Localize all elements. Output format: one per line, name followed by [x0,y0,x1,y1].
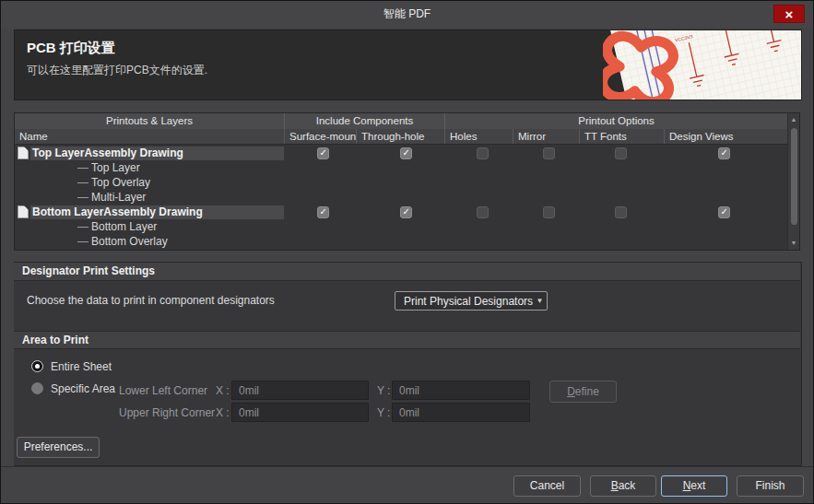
radio-entire-sheet[interactable] [31,360,43,372]
printout-name: Top LayerAssembly Drawing [32,147,183,160]
printout-name: Bottom LayerAssembly Drawing [32,205,203,219]
layer-name: Bottom Layer [91,220,157,234]
checkbox-surface-mount[interactable] [317,147,329,159]
table-row layer-row-top-layer[interactable]: Top Layer [15,161,787,176]
layer-name: Bottom Overlay [91,235,168,249]
scroll-down-icon[interactable] [788,238,799,249]
table-row printout-row-top-layer-assembly[interactable]: Top LayerAssembly Drawing [15,147,787,161]
layer-name: Top Overlay [91,176,150,190]
scrollbar-thumb[interactable] [791,128,797,225]
tree-dash-icon [77,197,88,198]
table-group-header-row: Printouts & Layers Include Components Pr… [15,113,799,129]
checkbox-through-hole[interactable] [400,206,412,218]
lower-left-x-input[interactable] [231,381,369,400]
specific-area-label[interactable]: Specific Area [51,382,115,395]
upper-right-y-input[interactable] [392,403,530,422]
column-header-through-hole: Through-hole [356,129,444,144]
tree-dash-icon [77,182,88,183]
smart-pdf-dialog: { "window": { "title": "智能 PDF" }, "bann… [0,0,814,504]
upper-right-x-label: X : [216,406,230,419]
chevron-down-icon [533,297,547,305]
next-button[interactable]: Next [661,475,727,497]
group-header-printouts-layers: Printouts & Layers [15,113,284,129]
upper-right-y-label: Y : [377,406,390,419]
column-header-holes: Holes [444,129,513,144]
printouts-table: Printouts & Layers Include Components Pr… [14,112,800,251]
table-body: Top LayerAssembly Drawing Top Layer Top … [15,146,787,250]
tree-dash-icon [77,168,88,169]
table-row layer-row-bottom-overlay[interactable]: Bottom Overlay [15,235,787,250]
page-subtitle: 可以在这里配置打印PCB文件的设置. [27,63,207,78]
designator-dropdown[interactable]: Print Physical Designators [395,291,548,311]
checkbox-mirror[interactable] [543,147,555,159]
close-button close-icon[interactable] [773,5,805,23]
designator-choose-label: Choose the data to print in component de… [27,294,275,307]
banner: PCB 打印设置 可以在这里配置打印PCB文件的设置. [14,29,802,100]
checkbox-tt-fonts[interactable] [615,206,627,218]
checkbox-holes[interactable] [477,147,489,159]
table-row layer-row-top-overlay[interactable]: Top Overlay [15,176,787,191]
cancel-button[interactable]: Cancel [513,475,581,497]
pdf-logo-art: VCC3V3 R1 1k [603,30,801,100]
section-header-designator: Designator Print Settings [14,263,800,281]
printout-page-icon [18,205,29,218]
upper-right-corner-label: Upper Right Corner [119,406,215,419]
scroll-up-icon[interactable] [788,114,799,125]
finish-button[interactable]: Finish [737,475,804,497]
column-header-design-views: Design Views [664,129,787,144]
printout-page-icon [18,147,29,159]
window-title: 智能 PDF [383,6,431,22]
table-row printout-row-bottom-layer-assembly[interactable]: Bottom LayerAssembly Drawing [15,205,787,220]
title-bar: 智能 PDF [1,1,813,28]
layer-name: Multi-Layer [91,191,146,205]
checkbox-design-views[interactable] [718,147,730,159]
radio-specific-area[interactable] [31,382,43,394]
checkbox-design-views[interactable] [718,206,730,218]
page-title: PCB 打印设置 [27,40,115,57]
footer-divider [1,466,813,467]
layer-name: Top Layer [91,161,140,175]
checkbox-surface-mount[interactable] [317,206,329,218]
column-header-tt-fonts: TT Fonts [579,129,664,144]
back-button[interactable]: Back [590,475,656,497]
section-header-area: Area to Print [14,331,800,349]
entire-sheet-label[interactable]: Entire Sheet [51,360,112,373]
define-button[interactable]: Define [549,381,617,403]
settings-panel: Designator Print Settings Choose the dat… [14,262,802,466]
tree-dash-icon [77,227,88,228]
checkbox-through-hole[interactable] [400,147,412,159]
table-row layer-row-bottom-layer[interactable]: Bottom Layer [15,220,787,235]
table-column-header-row: Name Surface-mount Through-hole Holes Mi… [15,129,799,145]
lower-left-x-label: X : [216,384,230,397]
tree-dash-icon [77,241,88,242]
column-header-name: Name [15,129,284,144]
lower-left-y-label: Y : [377,384,390,397]
designator-dropdown-value: Print Physical Designators [395,295,533,308]
group-header-printout-options: Printout Options [444,113,787,129]
column-header-surface-mount: Surface-mount [284,129,356,144]
upper-right-x-input[interactable] [231,403,369,422]
group-header-include-components: Include Components [284,113,444,129]
lower-left-corner-label: Lower Left Corner [119,384,207,397]
checkbox-tt-fonts[interactable] [615,147,627,159]
table-scrollbar[interactable] [787,113,799,250]
column-header-mirror: Mirror [513,129,579,144]
checkbox-holes[interactable] [477,206,489,218]
preferences-button[interactable]: Preferences... [17,437,100,458]
table-row layer-row-multi-layer[interactable]: Multi-Layer [15,191,787,205]
lower-left-y-input[interactable] [392,381,530,400]
checkbox-mirror[interactable] [543,206,555,218]
